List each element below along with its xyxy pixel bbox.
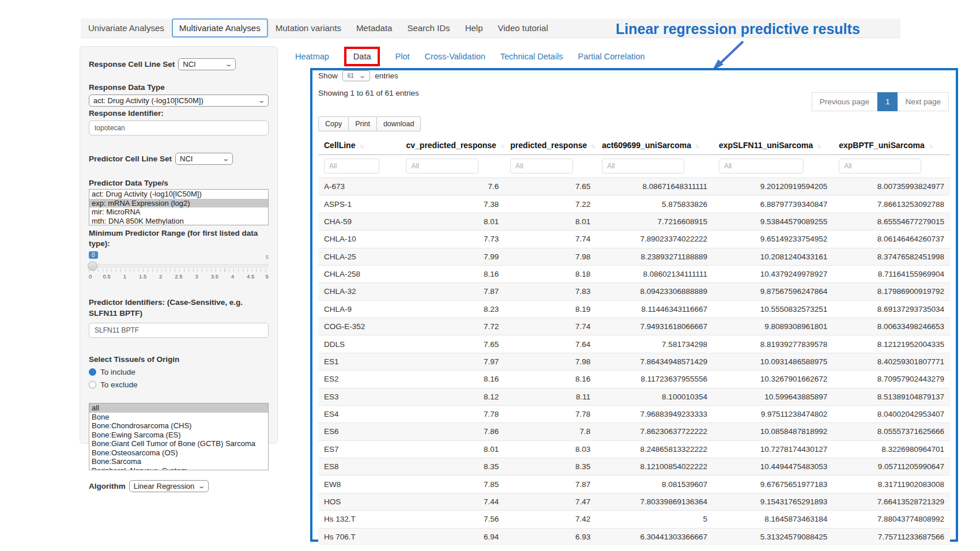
tissue-option-peripheral-nervous-system[interactable]: Peripheral_Nervous_System	[89, 466, 268, 471]
chevron-down-icon: ⌄	[222, 155, 229, 163]
sort-icon[interactable]: ↑↓	[817, 142, 821, 149]
slider-max-label: 5	[266, 254, 269, 260]
column-header-predicted-response[interactable]: predicted_response↑↓	[504, 137, 596, 155]
results-tab-cross-validation[interactable]: Cross-Validation	[424, 52, 485, 61]
table-row: HOS7.447.477.803398691363649.15431765291…	[318, 493, 950, 510]
nav-tab-search-ids[interactable]: Search IDs	[399, 18, 457, 37]
results-tab-plot[interactable]: Plot	[395, 52, 409, 61]
tissues-listbox[interactable]: allBoneBone:Chondrosarcoma (CHS)Bone:Ewi…	[89, 403, 269, 470]
column-header-label: CellLine	[324, 141, 355, 150]
next-page-button[interactable]: Next page	[898, 92, 949, 111]
column-header-act609699-unisarcoma[interactable]: act609699_uniSarcoma↑↓	[596, 137, 713, 155]
cell-value: 8.01	[400, 440, 504, 458]
column-header-expslfn11-unisarcoma[interactable]: expSLFN11_uniSarcoma↑↓	[713, 137, 833, 155]
sort-icon[interactable]: ↑↓	[591, 142, 595, 149]
response-data-type-select[interactable]: act: Drug Activity (-log10[IC50M]) ⌄	[89, 95, 269, 107]
column-filter-expslfn11-unisarcoma[interactable]	[719, 158, 804, 173]
column-header-expbptf-unisarcoma[interactable]: expBPTF_uniSarcoma↑↓	[833, 137, 950, 155]
table-row: ES38.128.118.10001035410.5996438858978.5…	[318, 388, 950, 405]
slider-track[interactable]	[89, 264, 269, 267]
cell-value: 7.65	[504, 178, 596, 195]
slider-tick-labels: 00.511.522.533.544.55	[89, 273, 269, 280]
min-predictor-range-slider[interactable]: 0 5 00.511.522.533.544.55	[89, 264, 269, 290]
cell-cellline: CHLA-9	[318, 300, 400, 318]
slider-tick-label: 5	[263, 273, 269, 280]
page-number-button[interactable]: 1	[877, 92, 898, 111]
radio-to-exclude[interactable]	[89, 381, 96, 388]
predictor-cell-line-set-select[interactable]: NCI ⌄	[175, 153, 233, 165]
cell-value: 8.100010354	[596, 388, 713, 405]
column-filter-predicted-response[interactable]	[510, 158, 572, 173]
tissue-option-bone-osteosarcoma-os[interactable]: Bone:Osteosarcoma (OS)	[89, 448, 268, 458]
results-tab-technical-details[interactable]: Technical Details	[500, 52, 563, 61]
column-filter-expbptf-unisarcoma[interactable]	[839, 158, 921, 173]
cell-value: 10.5550832573251	[713, 300, 833, 318]
column-filter-cellline[interactable]	[324, 158, 379, 173]
cell-value: 8.00735993824977	[833, 178, 950, 195]
tissue-option-bone-giant-cell-tumor-of-bone-gctb-sarcoma[interactable]: Bone:Giant Cell Tumor of Bone (GCTB) Sar…	[89, 439, 268, 448]
cell-cellline: Hs 132.T	[318, 511, 400, 528]
cell-cellline: ES7	[318, 440, 400, 458]
copy-button[interactable]: Copy	[318, 116, 349, 131]
print-button[interactable]: Print	[348, 116, 377, 131]
sort-icon[interactable]: ↑↓	[359, 142, 363, 149]
nav-tab-mutation-variants[interactable]: Mutation variants	[268, 18, 349, 37]
column-header-cellline[interactable]: CellLine↑↓	[318, 137, 400, 155]
cell-cellline: ES4	[318, 405, 400, 422]
predictor-data-types-listbox[interactable]: act: Drug Activity (-log10[IC50M])exp: m…	[89, 189, 269, 225]
tissue-option-bone-ewing-sarcoma-es[interactable]: Bone:Ewing Sarcoma (ES)	[89, 431, 268, 440]
option-act-drug-activity-log10-ic50m[interactable]: act: Drug Activity (-log10[IC50M])	[89, 190, 268, 199]
cell-value: 7.86230637722222	[596, 423, 713, 440]
table-row: ES28.168.168.1172363795555610.3267901662…	[318, 371, 950, 388]
tissue-option-bone[interactable]: Bone	[89, 413, 268, 422]
cell-value: 8.81939277839578	[713, 335, 833, 353]
cell-cellline: ES3	[318, 388, 400, 405]
tissue-option-all[interactable]: all	[89, 403, 268, 413]
option-exp-mrna-expression-log2[interactable]: exp: mRNA Expression (log2)	[89, 199, 268, 208]
nav-tab-multivariate-analyses[interactable]: Multivariate Analyses	[172, 18, 268, 37]
cell-value: 7.87	[504, 475, 596, 493]
show-entries-select[interactable]: 61 ⌄	[342, 70, 370, 81]
cell-value: 8.23893271188889	[596, 248, 713, 265]
previous-page-button[interactable]: Previous page	[812, 92, 877, 111]
download-button[interactable]: download	[376, 116, 421, 131]
cell-value: 8.04002042953407	[833, 405, 950, 422]
column-header-cv-predicted-response[interactable]: cv_predicted_response↑↓	[400, 137, 504, 155]
nav-tab-help[interactable]: Help	[458, 18, 491, 37]
algorithm-select[interactable]: Linear Regression ⌄	[129, 480, 209, 492]
column-filter-act609699-unisarcoma[interactable]	[602, 158, 684, 173]
response-cell-line-set-select[interactable]: NCI ⌄	[178, 58, 236, 70]
results-tab-data[interactable]: Data	[344, 47, 380, 66]
tissue-option-bone-sarcoma[interactable]: Bone:Sarcoma	[89, 457, 268, 466]
results-tab-partial-correlation[interactable]: Partial Correlation	[578, 52, 645, 61]
table-row: Hs 132.T7.567.4258.16458734631847.880437…	[318, 511, 950, 528]
cell-value: 8.05557371625666	[833, 423, 950, 440]
slider-tick-label: 3	[191, 273, 202, 280]
table-row: CHLA-98.238.198.1144634311666710.5550832…	[318, 300, 950, 318]
predictor-identifiers-input[interactable]	[89, 323, 269, 338]
nav-tab-video-tutorial[interactable]: Video tutorial	[490, 18, 555, 37]
cell-value: 6.30441303366667	[596, 528, 713, 545]
table-row: ES78.018.038.2486581332222210.7278174430…	[318, 440, 950, 458]
predictor-data-types-label: Predictor Data Type/s	[89, 179, 269, 187]
column-header-label: expSLFN11_uniSarcoma	[719, 141, 813, 150]
results-tab-heatmap[interactable]: Heatmap	[295, 52, 329, 61]
tissue-option-bone-chondrosarcoma-chs[interactable]: Bone:Chondrosarcoma (CHS)	[89, 421, 268, 431]
nav-tab-univariate-analyses[interactable]: Univariate Analyses	[81, 18, 172, 37]
radio-to-include[interactable]	[89, 368, 96, 376]
column-header-label: expBPTF_uniSarcoma	[839, 141, 925, 150]
annotation-title: Linear regression predictive results	[616, 21, 860, 37]
option-mir-microrna[interactable]: mir: MicroRNA	[89, 207, 268, 217]
option-mth-dna-850k-methylation[interactable]: mth: DNA 850K Methylation	[89, 217, 268, 226]
nav-tab-metadata[interactable]: Metadata	[349, 18, 400, 37]
results-tab-strip: HeatmapDataPlotCross-ValidationTechnical…	[295, 47, 645, 66]
cell-value: 7.38	[400, 195, 504, 213]
sort-icon[interactable]: ↑↓	[500, 142, 504, 149]
sort-icon[interactable]: ↑↓	[929, 142, 933, 149]
column-filter-cv-predicted-response[interactable]	[406, 158, 478, 173]
response-identifier-input[interactable]	[89, 120, 269, 135]
show-entries-suffix: entries	[375, 71, 398, 80]
cell-value: 5.875833826	[596, 195, 713, 213]
sort-icon[interactable]: ↑↓	[695, 142, 699, 149]
cell-value: 8.08671648311111	[596, 178, 713, 195]
